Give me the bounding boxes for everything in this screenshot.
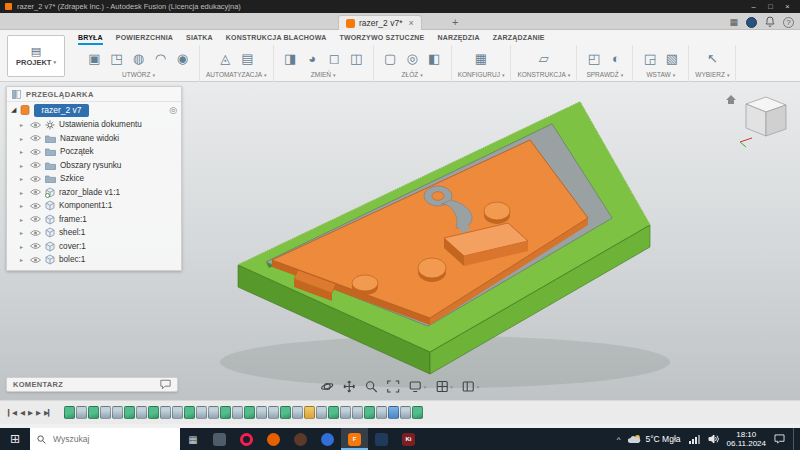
feature-feature-icon[interactable]: [136, 406, 147, 419]
maximize-button[interactable]: □: [763, 2, 778, 11]
visibility-eye-icon[interactable]: [30, 242, 41, 250]
visibility-eye-icon[interactable]: [30, 175, 41, 183]
task-view-icon[interactable]: ▦: [180, 428, 206, 450]
view-cube[interactable]: [722, 86, 792, 150]
comment-bubble-icon[interactable]: [160, 376, 171, 394]
visibility-eye-icon[interactable]: [30, 121, 41, 129]
sketch-feature-icon[interactable]: [220, 406, 231, 419]
boss-cylinder[interactable]: [484, 202, 510, 224]
shell-icon[interactable]: ◻: [324, 48, 345, 69]
browser-item[interactable]: ▸razor_blade v1:1: [7, 186, 181, 200]
expand-caret-icon[interactable]: ▸: [20, 229, 26, 236]
sketch-feature-icon[interactable]: [184, 406, 195, 419]
ribbon-group-label[interactable]: WSTAW▾: [646, 71, 675, 78]
weather-widget[interactable]: 5°C Mgła: [628, 434, 680, 444]
decal-icon[interactable]: ▧: [661, 48, 682, 69]
modify-feature-icon[interactable]: [388, 406, 399, 419]
feature-feature-icon[interactable]: [256, 406, 267, 419]
select-icon[interactable]: ↖: [702, 48, 723, 69]
search-input[interactable]: [51, 433, 161, 445]
component-feature-icon[interactable]: [304, 406, 315, 419]
browser-item[interactable]: ▸cover:1: [7, 240, 181, 254]
feature-feature-icon[interactable]: [232, 406, 243, 419]
ribbon-group-label[interactable]: ZMIEŃ▾: [311, 71, 336, 78]
taskbar-app-icon[interactable]: [368, 428, 395, 450]
help-icon[interactable]: ?: [783, 17, 794, 28]
browser-item[interactable]: ▸Komponent1:1: [7, 199, 181, 213]
ribbon-group-label[interactable]: WYBIERZ▾: [695, 71, 729, 78]
minimize-button[interactable]: –: [746, 2, 761, 11]
ribbon-group-label[interactable]: KONFIGURUJ▾: [458, 71, 505, 78]
taskbar-clock[interactable]: 18:10 06.11.2024: [727, 430, 766, 448]
construction-plane-icon[interactable]: ▱: [533, 48, 554, 69]
feature-feature-icon[interactable]: [196, 406, 207, 419]
skip-to-end-icon[interactable]: ▶▎: [44, 409, 52, 417]
browser-item[interactable]: ▸Obszary rysunku: [7, 159, 181, 173]
ribbon-tab-3[interactable]: KONSTRUKCJA BLACHOWA: [226, 34, 327, 45]
measure-icon[interactable]: ◰: [583, 48, 604, 69]
sketch-feature-icon[interactable]: [328, 406, 339, 419]
configure-icon[interactable]: ▦: [471, 48, 492, 69]
visibility-eye-icon[interactable]: [30, 148, 41, 156]
orbit-icon[interactable]: [321, 380, 334, 393]
tray-expand-icon[interactable]: ^: [617, 435, 621, 444]
timeline-track[interactable]: [64, 406, 423, 419]
align-icon[interactable]: ◧: [424, 48, 445, 69]
visibility-eye-icon[interactable]: [30, 134, 41, 142]
visibility-eye-icon[interactable]: [30, 215, 41, 223]
sketch-feature-icon[interactable]: [64, 406, 75, 419]
visibility-eye-icon[interactable]: [30, 161, 41, 169]
visibility-eye-icon[interactable]: [30, 229, 41, 237]
feature-feature-icon[interactable]: [76, 406, 87, 419]
feature-feature-icon[interactable]: [172, 406, 183, 419]
expand-caret-icon[interactable]: ▸: [20, 175, 26, 182]
new-solid-icon[interactable]: ▣: [84, 48, 105, 69]
feature-feature-icon[interactable]: [112, 406, 123, 419]
close-button[interactable]: ×: [780, 2, 795, 11]
sketch-feature-icon[interactable]: [412, 406, 423, 419]
press-pull-icon[interactable]: ◨: [280, 48, 301, 69]
visibility-eye-icon[interactable]: [30, 188, 41, 196]
sketch-feature-icon[interactable]: [148, 406, 159, 419]
user-avatar[interactable]: [746, 17, 757, 28]
ribbon-group-label[interactable]: KONSTRUKCJA▾: [517, 71, 570, 78]
feature-feature-icon[interactable]: [208, 406, 219, 419]
browser-header[interactable]: PRZEGLĄDARKA: [7, 87, 181, 102]
feature-feature-icon[interactable]: [376, 406, 387, 419]
taskbar-app-icon[interactable]: [260, 428, 287, 450]
skip-to-start-icon[interactable]: ▎◀: [8, 409, 16, 417]
expand-caret-icon[interactable]: ▸: [20, 256, 26, 263]
fillet-icon[interactable]: ◕: [302, 48, 323, 69]
action-center-icon[interactable]: [774, 430, 785, 448]
volume-icon[interactable]: [708, 430, 719, 448]
taskbar-app-icon[interactable]: [314, 428, 341, 450]
sketch-feature-icon[interactable]: [280, 406, 291, 419]
network-icon[interactable]: [689, 430, 700, 448]
notifications-bell-icon[interactable]: [765, 13, 775, 31]
expand-caret-icon[interactable]: ▸: [20, 135, 26, 142]
new-tab-button[interactable]: +: [452, 16, 458, 28]
viewport-3d[interactable]: PRZEGLĄDARKA ◢ razer_2 v7 ◎ ▸Ustawienia …: [0, 82, 800, 400]
joint-icon[interactable]: ◎: [402, 48, 423, 69]
feature-feature-icon[interactable]: [352, 406, 363, 419]
grid-settings-icon[interactable]: ▾: [435, 380, 453, 393]
browser-item[interactable]: ▸Szkice: [7, 172, 181, 186]
derive-icon[interactable]: ◲: [639, 48, 660, 69]
browser-item[interactable]: ▸Początek: [7, 145, 181, 159]
sketch-feature-icon[interactable]: [124, 406, 135, 419]
sketch-feature-icon[interactable]: [364, 406, 375, 419]
automate-icon[interactable]: ◬: [215, 48, 236, 69]
expand-caret-icon[interactable]: ▸: [20, 202, 26, 209]
section-analysis-icon[interactable]: ◐: [605, 48, 626, 69]
browser-item[interactable]: ▸bolec:1: [7, 253, 181, 267]
feature-feature-icon[interactable]: [160, 406, 171, 419]
expand-caret-icon[interactable]: ▸: [20, 243, 26, 250]
ribbon-tab-0[interactable]: BRYŁA: [78, 34, 103, 45]
expand-caret-icon[interactable]: ▸: [20, 189, 26, 196]
step-forward-icon[interactable]: ▶: [36, 409, 40, 417]
new-component-icon[interactable]: ▢: [380, 48, 401, 69]
ribbon-tab-5[interactable]: NARZĘDZIA: [437, 34, 479, 45]
comment-bar[interactable]: KOMENTARZ: [6, 377, 178, 392]
feature-feature-icon[interactable]: [268, 406, 279, 419]
feature-feature-icon[interactable]: [316, 406, 327, 419]
